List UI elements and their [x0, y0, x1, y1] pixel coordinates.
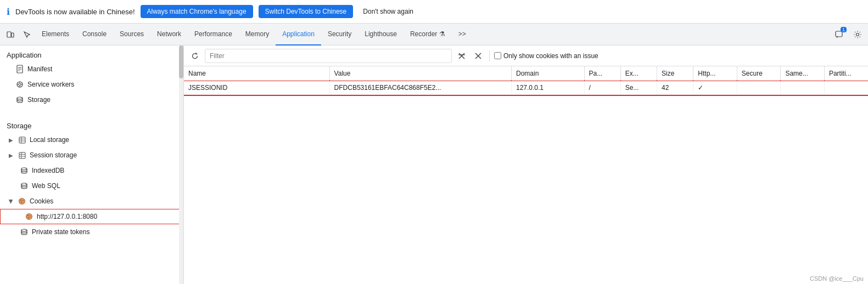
svg-point-23 — [21, 168, 27, 170]
table-header-row: Name Value Domain Pa... Ex... Size Http.… — [184, 66, 868, 81]
tab-performance[interactable]: Performance — [188, 24, 239, 46]
filter-input[interactable] — [205, 49, 452, 63]
svg-point-27 — [23, 200, 24, 201]
cookies-label: Cookies — [30, 197, 53, 205]
svg-rect-19 — [19, 152, 25, 158]
cookies-url-label: http://127.0.0.1:8080 — [37, 213, 97, 220]
cell-secure — [737, 81, 781, 95]
notification-bar: ℹ DevTools is now available in Chinese! … — [0, 0, 868, 24]
table-row[interactable]: JSESSIONID DFDCB53161EBFAC64C868F5E2... … — [184, 81, 868, 95]
svg-point-30 — [27, 215, 29, 216]
cookie-tbody: JSESSIONID DFDCB53161EBFAC64C868F5E2... … — [184, 81, 868, 95]
main-area: Application Manifest Service workers Sto… — [0, 46, 868, 284]
col-name[interactable]: Name — [184, 66, 329, 81]
cell-path: / — [584, 81, 620, 95]
col-secure[interactable]: Secure — [737, 66, 781, 81]
session-storage-arrow: ▶ — [9, 152, 13, 158]
sidebar-item-manifest[interactable]: Manifest — [0, 61, 183, 77]
close-button[interactable] — [472, 49, 485, 63]
chat-icon[interactable]: 1 — [831, 27, 847, 42]
local-storage-icon — [18, 135, 26, 144]
svg-point-32 — [28, 217, 29, 218]
manifest-icon — [15, 65, 24, 73]
local-storage-label: Local storage — [30, 136, 69, 144]
svg-point-24 — [21, 183, 27, 185]
sidebar-application-header: Application — [0, 46, 183, 61]
col-path[interactable]: Pa... — [584, 66, 620, 81]
tab-more[interactable]: >> — [452, 24, 473, 46]
service-workers-label: Service workers — [27, 81, 74, 88]
dismiss-button[interactable]: Don't show again — [359, 5, 418, 18]
settings-icon[interactable] — [850, 27, 865, 42]
tab-memory[interactable]: Memory — [239, 24, 276, 46]
sidebar-item-cookies[interactable]: ▶ Cookies — [0, 194, 183, 209]
notification-text: DevTools is now available in Chinese! — [15, 8, 135, 16]
match-language-button[interactable]: Always match Chrome's language — [141, 5, 253, 18]
svg-point-28 — [21, 202, 22, 203]
tab-security[interactable]: Security — [321, 24, 358, 46]
tab-application[interactable]: Application — [276, 24, 321, 46]
local-storage-arrow: ▶ — [9, 137, 13, 143]
col-size[interactable]: Size — [657, 66, 693, 81]
info-icon: ℹ — [7, 7, 10, 17]
col-partition[interactable]: Partiti... — [824, 66, 868, 81]
storage-label: Storage — [27, 96, 51, 104]
svg-point-31 — [30, 215, 31, 217]
sidebar-item-indexeddb[interactable]: IndexedDB — [0, 163, 183, 178]
tab-bar: Elements Console Sources Network Perform… — [0, 24, 868, 46]
cell-expires: Se... — [620, 81, 657, 95]
sidebar-item-service-workers[interactable]: Service workers — [0, 77, 183, 92]
cell-partition — [824, 81, 868, 95]
manifest-label: Manifest — [27, 65, 52, 73]
cookies-table: Name Value Domain Pa... Ex... Size Http.… — [184, 66, 868, 95]
svg-point-14 — [17, 97, 23, 99]
private-state-icon — [20, 228, 29, 236]
svg-point-26 — [20, 200, 21, 201]
cookies-arrow: ▶ — [8, 199, 14, 203]
only-issue-label[interactable]: Only show cookies with an issue — [494, 52, 598, 60]
sidebar-item-cookies-url[interactable]: http://127.0.0.1:8080 — [0, 209, 183, 224]
svg-point-3 — [856, 33, 859, 36]
private-state-tokens-label: Private state tokens — [32, 228, 89, 236]
cell-samesite — [781, 81, 825, 95]
tab-lighthouse[interactable]: Lighthouse — [358, 24, 404, 46]
cookie-table: Name Value Domain Pa... Ex... Size Http.… — [184, 66, 868, 284]
sidebar-item-storage-main[interactable]: Storage — [0, 92, 183, 107]
inspect-icon[interactable] — [19, 27, 35, 42]
clear-all-button[interactable] — [455, 49, 468, 63]
cell-domain: 127.0.0.1 — [511, 81, 584, 95]
refresh-button[interactable] — [188, 49, 201, 63]
content-area: Only show cookies with an issue Name Val… — [184, 46, 868, 284]
col-http[interactable]: Http... — [693, 66, 737, 81]
cookies-url-icon — [25, 212, 33, 221]
cell-value: DFDCB53161EBFAC64C868F5E2... — [329, 81, 511, 95]
storage-icon — [15, 95, 24, 104]
svg-rect-1 — [12, 33, 14, 37]
only-issue-checkbox[interactable] — [494, 52, 501, 59]
col-value[interactable]: Value — [329, 66, 511, 81]
sidebar-item-session-storage[interactable]: ▶ Session storage — [0, 147, 183, 163]
indexeddb-icon — [20, 166, 29, 175]
tab-sources[interactable]: Sources — [113, 24, 150, 46]
chat-badge: 1 — [841, 27, 847, 32]
tab-recorder[interactable]: Recorder ⚗ — [404, 24, 452, 46]
switch-language-button[interactable]: Switch DevTools to Chinese — [259, 5, 354, 18]
svg-rect-0 — [7, 32, 11, 37]
sidebar-storage-header: Storage — [0, 116, 183, 132]
sidebar: Application Manifest Service workers Sto… — [0, 46, 184, 284]
svg-point-9 — [19, 83, 21, 86]
only-issue-text: Only show cookies with an issue — [503, 52, 598, 60]
svg-point-33 — [21, 229, 27, 231]
sidebar-item-local-storage[interactable]: ▶ Local storage — [0, 132, 183, 147]
tab-elements[interactable]: Elements — [35, 24, 76, 46]
cell-name: JSESSIONID — [184, 81, 329, 95]
sidebar-item-private-state-tokens[interactable]: Private state tokens — [0, 224, 183, 240]
col-expires[interactable]: Ex... — [620, 66, 657, 81]
device-toolbar-icon[interactable] — [3, 27, 18, 42]
cookies-icon — [18, 197, 26, 206]
tab-console[interactable]: Console — [76, 24, 113, 46]
col-samesite[interactable]: Same... — [781, 66, 825, 81]
col-domain[interactable]: Domain — [511, 66, 584, 81]
tab-network[interactable]: Network — [150, 24, 188, 46]
sidebar-item-web-sql[interactable]: Web SQL — [0, 178, 183, 194]
